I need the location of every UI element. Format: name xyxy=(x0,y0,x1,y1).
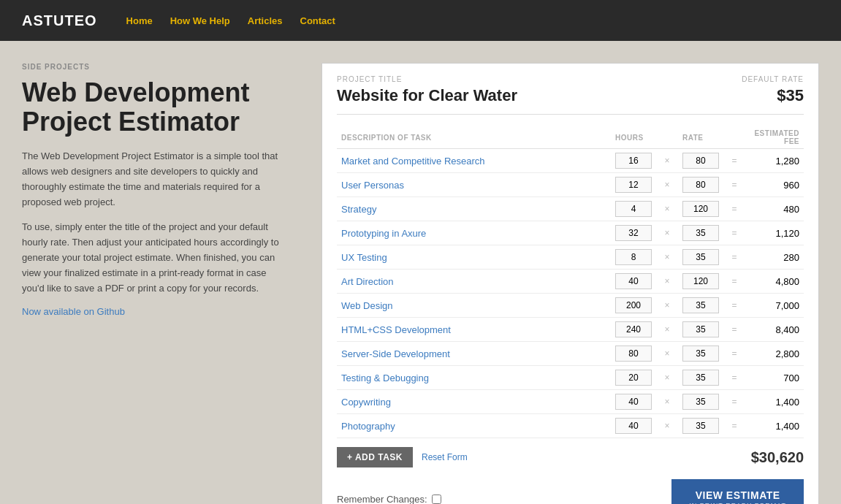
rate-input[interactable] xyxy=(682,201,719,217)
add-task-button[interactable]: + ADD TASK xyxy=(337,447,413,467)
hours-input[interactable] xyxy=(615,345,652,362)
rate-input[interactable] xyxy=(682,321,719,337)
right-panel: PROJECT TITLE DEFAULT RATE $35 DESCRIPTI… xyxy=(321,63,819,504)
rate-input[interactable] xyxy=(682,345,719,362)
remember-changes-label[interactable]: Remember Changes: xyxy=(337,494,441,504)
table-row: Web Design × = 7,000 xyxy=(337,294,804,318)
remember-row: Remember Changes: VIEW ESTIMATE IN PRINT… xyxy=(337,479,804,504)
col-header-hours: HOURS xyxy=(611,126,656,149)
rate-input[interactable] xyxy=(682,153,719,169)
table-row: Server-Side Development × = 2,800 xyxy=(337,342,804,366)
fee-cell: 280 xyxy=(745,245,804,270)
hours-input[interactable] xyxy=(615,225,652,241)
left-panel: SIDE PROJECTS Web Development Project Es… xyxy=(22,63,300,504)
col-header-task: DESCRIPTION OF TASK xyxy=(337,126,611,149)
hours-input[interactable] xyxy=(615,418,652,434)
fee-cell: 1,120 xyxy=(745,221,804,245)
table-row: User Personas × = 960 xyxy=(337,173,804,197)
navigation: ASTUTEO Home How We Help Articles Contac… xyxy=(0,0,841,41)
fee-cell: 1,280 xyxy=(745,149,804,173)
table-row: Market and Competitive Research × = 1,28… xyxy=(337,149,804,173)
table-row: Copywriting × = 1,400 xyxy=(337,390,804,414)
default-rate-value: $35 xyxy=(742,86,804,105)
task-name: User Personas xyxy=(341,180,404,191)
task-name: UX Testing xyxy=(341,252,387,263)
task-name: Photography xyxy=(341,421,395,432)
table-row: Testing & Debugging × = 700 xyxy=(337,366,804,390)
task-name: HTML+CSS Development xyxy=(341,324,451,335)
hours-input[interactable] xyxy=(615,153,652,169)
nav-contact[interactable]: Contact xyxy=(300,15,335,26)
rate-input[interactable] xyxy=(682,249,719,265)
description-para1: The Web Development Project Estimator is… xyxy=(22,149,285,210)
fee-cell: 700 xyxy=(745,366,804,390)
project-meta: PROJECT TITLE DEFAULT RATE $35 xyxy=(337,75,804,115)
project-title-section: PROJECT TITLE xyxy=(337,75,742,105)
hours-input[interactable] xyxy=(615,321,652,337)
col-header-fee: ESTIMATED FEE xyxy=(745,126,804,149)
fee-cell: 1,400 xyxy=(745,390,804,414)
task-table: DESCRIPTION OF TASK HOURS RATE ESTIMATED… xyxy=(337,126,804,438)
rate-input[interactable] xyxy=(682,418,719,434)
main-content: SIDE PROJECTS Web Development Project Es… xyxy=(0,41,841,504)
site-logo: ASTUTEO xyxy=(22,12,97,29)
view-estimate-button[interactable]: VIEW ESTIMATE IN PRINT-READY FORMAT xyxy=(671,479,804,504)
hours-input[interactable] xyxy=(615,273,652,289)
fee-cell: 960 xyxy=(745,173,804,197)
task-name: Market and Competitive Research xyxy=(341,156,485,167)
bottom-bar: + ADD TASK Reset Form $30,620 xyxy=(337,447,804,467)
fee-cell: 8,400 xyxy=(745,318,804,342)
side-label: SIDE PROJECTS xyxy=(22,63,285,71)
fee-cell: 1,400 xyxy=(745,414,804,438)
hours-input[interactable] xyxy=(615,201,652,217)
rate-input[interactable] xyxy=(682,225,719,241)
task-name: Web Design xyxy=(341,300,393,311)
table-row: Photography × = 1,400 xyxy=(337,414,804,438)
nav-articles[interactable]: Articles xyxy=(248,15,283,26)
table-row: Prototyping in Axure × = 1,120 xyxy=(337,221,804,245)
default-rate-label: DEFAULT RATE xyxy=(742,75,804,83)
table-row: UX Testing × = 280 xyxy=(337,245,804,270)
rate-input[interactable] xyxy=(682,394,719,410)
task-name: Testing & Debugging xyxy=(341,373,429,383)
rate-input[interactable] xyxy=(682,370,719,386)
rate-input[interactable] xyxy=(682,273,719,289)
task-name: Art Direction xyxy=(341,276,394,287)
table-row: Art Direction × = 4,800 xyxy=(337,270,804,294)
task-name: Prototyping in Axure xyxy=(341,228,426,239)
fee-cell: 2,800 xyxy=(745,342,804,366)
fee-cell: 4,800 xyxy=(745,270,804,294)
hours-input[interactable] xyxy=(615,394,652,410)
table-row: Strategy × = 480 xyxy=(337,197,804,221)
fee-cell: 480 xyxy=(745,197,804,221)
hours-input[interactable] xyxy=(615,249,652,265)
github-link[interactable]: Now available on Github xyxy=(22,306,125,317)
fee-cell: 7,000 xyxy=(745,294,804,318)
default-rate-section: DEFAULT RATE $35 xyxy=(742,75,804,105)
rate-input[interactable] xyxy=(682,297,719,313)
hours-input[interactable] xyxy=(615,370,652,386)
project-title-label: PROJECT TITLE xyxy=(337,75,742,83)
reset-form-link[interactable]: Reset Form xyxy=(422,452,468,462)
remember-checkbox[interactable] xyxy=(432,495,441,504)
rate-input[interactable] xyxy=(682,177,719,193)
nav-how-we-help[interactable]: How We Help xyxy=(170,15,230,26)
hours-input[interactable] xyxy=(615,177,652,193)
col-header-rate: RATE xyxy=(678,126,723,149)
nav-links: Home How We Help Articles Contact xyxy=(126,15,335,26)
task-name: Strategy xyxy=(341,204,376,215)
page-heading: Web Development Project Estimator xyxy=(22,78,285,136)
task-name: Server-Side Development xyxy=(341,348,450,359)
nav-home[interactable]: Home xyxy=(126,15,153,26)
project-title-input[interactable] xyxy=(337,86,614,105)
description-para2: To use, simply enter the title of the pr… xyxy=(22,220,285,296)
task-name: Copywriting xyxy=(341,397,391,408)
total-fee: $30,620 xyxy=(751,449,804,466)
table-row: HTML+CSS Development × = 8,400 xyxy=(337,318,804,342)
hours-input[interactable] xyxy=(615,297,652,313)
